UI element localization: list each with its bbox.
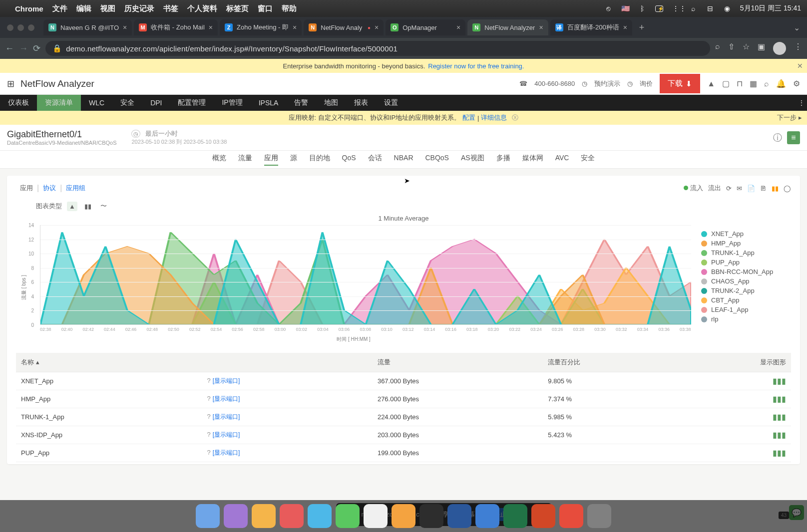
rocket-icon[interactable]: ▲	[707, 79, 715, 88]
csv-icon[interactable]: 🖹	[760, 185, 767, 192]
legend-item[interactable]: rlp	[701, 315, 791, 323]
battery-icon[interactable]: ⚡	[655, 5, 663, 12]
subnav-item[interactable]: 应用	[264, 154, 278, 166]
profile-avatar[interactable]	[773, 42, 786, 55]
chevron-down-icon[interactable]: ⌄	[794, 23, 807, 32]
bell-icon[interactable]: 🔔	[776, 79, 786, 88]
back-button[interactable]: ←	[5, 43, 14, 54]
menu-item[interactable]: 帮助	[282, 4, 297, 13]
subnav-item[interactable]: NBAR	[394, 154, 413, 166]
legend-item[interactable]: XNET_App	[701, 230, 791, 238]
dock-app[interactable]	[364, 504, 388, 528]
dock-app[interactable]	[196, 504, 220, 528]
dock-app[interactable]	[308, 504, 332, 528]
legend-item[interactable]: CHAOS_App	[701, 277, 791, 285]
more-icon[interactable]: ⋮	[796, 95, 807, 111]
nav-item[interactable]: 安全	[112, 95, 142, 111]
mini-chart-icon[interactable]: ▮▮▮	[773, 377, 786, 385]
port-link[interactable]: [显示端口]	[213, 431, 240, 438]
subnav-item[interactable]: QoS	[342, 154, 356, 166]
bar-icon[interactable]: ▮▮	[772, 185, 779, 192]
close-icon[interactable]: ×	[539, 23, 543, 31]
subnav-item[interactable]: 会话	[368, 154, 382, 166]
legend-item[interactable]: PUP_App	[701, 259, 791, 266]
subnav-item[interactable]: 概览	[212, 154, 226, 166]
nav-item[interactable]: 报表	[346, 95, 376, 111]
menu-item[interactable]: 书签	[163, 4, 178, 13]
port-link[interactable]: [显示端口]	[213, 449, 240, 456]
nav-item[interactable]: IPSLA	[251, 95, 287, 111]
legend-item[interactable]: LEAF-1_App	[701, 306, 791, 313]
app-name[interactable]: Chrome	[15, 4, 43, 13]
subnav-item[interactable]: 安全	[581, 154, 595, 166]
menu-item[interactable]: 文件	[52, 4, 67, 13]
bar-chart-icon[interactable]: ▮▮	[82, 202, 93, 211]
dock-app[interactable]	[447, 504, 471, 528]
reload-button[interactable]: ⟳	[33, 43, 40, 54]
browser-tab[interactable]: NNetFlow Analyzer×	[467, 19, 548, 35]
dock-app[interactable]	[475, 504, 499, 528]
browser-tab[interactable]: ZZoho Meeting - 即×	[220, 19, 302, 35]
close-icon[interactable]: ⓧ	[512, 113, 518, 122]
subnav-item[interactable]: 多播	[496, 154, 510, 166]
time-label[interactable]: 最后一小时	[145, 130, 178, 137]
outflow-toggle[interactable]: 流出	[708, 184, 721, 193]
menu-item[interactable]: 窗口	[258, 4, 273, 13]
detail-link[interactable]: 详细信息	[481, 113, 507, 122]
forward-button[interactable]: →	[19, 43, 28, 54]
mini-chart-icon[interactable]: ▮▮▮	[773, 431, 786, 439]
plugin-icon[interactable]: ⊓	[737, 79, 743, 88]
config-link[interactable]: 配置	[462, 113, 475, 122]
siri-icon[interactable]: ◉	[723, 4, 731, 12]
menu-item[interactable]: 个人资料	[187, 4, 217, 13]
zoom-icon[interactable]: ⌕	[715, 42, 720, 55]
close-icon[interactable]: ×	[123, 23, 127, 31]
browser-tab[interactable]: 译百度翻译-200种语×	[550, 19, 632, 35]
menu-item[interactable]: 编辑	[76, 4, 91, 13]
filter-tab-proto[interactable]: 协议	[39, 183, 60, 194]
subnav-item[interactable]: 媒体网	[522, 154, 543, 166]
share-icon[interactable]: ⇧	[728, 42, 735, 55]
dock-app[interactable]	[503, 504, 527, 528]
next-step[interactable]: 下一步 ▸	[777, 113, 802, 122]
close-icon[interactable]: ✕	[797, 62, 803, 70]
status-icon[interactable]: ⎋	[604, 4, 612, 12]
dock-app[interactable]	[587, 504, 611, 528]
table-header[interactable]: 显示图形	[714, 353, 791, 372]
table-header[interactable]: 名称 ▴	[16, 353, 202, 372]
menu-item[interactable]: 视图	[100, 4, 115, 13]
monitor-icon[interactable]: ▢	[722, 79, 730, 88]
dock-app[interactable]	[336, 504, 360, 528]
menu-item[interactable]: 标签页	[226, 4, 249, 13]
nav-item[interactable]: 资源清单	[37, 95, 81, 111]
inflow-toggle[interactable]: 流入	[684, 184, 703, 193]
browser-tab[interactable]: M收件箱 - Zoho Mail×	[134, 19, 218, 35]
clock[interactable]: 5月10日 周三 15:41	[740, 4, 801, 13]
bluetooth-icon[interactable]: ᛒ	[638, 4, 646, 12]
close-icon[interactable]: ×	[209, 23, 213, 31]
dock-app[interactable]	[531, 504, 555, 528]
subnav-item[interactable]: 源	[290, 154, 297, 166]
bookmark-icon[interactable]: ☆	[743, 42, 750, 55]
close-icon[interactable]: ×	[623, 23, 627, 31]
flag-icon[interactable]: 🇺🇸	[621, 4, 629, 12]
nav-item[interactable]: WLC	[81, 95, 112, 111]
mail-icon[interactable]: ✉	[737, 185, 742, 192]
nav-item[interactable]: 告警	[286, 95, 316, 111]
subnav-item[interactable]: 流量	[238, 154, 252, 166]
subnav-item[interactable]: 目的地	[309, 154, 330, 166]
mini-chart-icon[interactable]: ▮▮▮	[773, 449, 786, 457]
refresh-icon[interactable]: ⟳	[726, 185, 732, 192]
browser-tab[interactable]: OOpManager×	[386, 19, 465, 35]
filter-tab-app[interactable]: 应用	[16, 183, 37, 194]
banner-link[interactable]: Register now for the free training.	[428, 62, 524, 70]
nav-item[interactable]: 配置管理	[170, 95, 214, 111]
lightbulb-icon[interactable]: ⓘ	[773, 132, 782, 144]
quote-icon[interactable]: ◷	[627, 80, 633, 87]
menu-toggle[interactable]: ≡	[787, 131, 800, 144]
port-link[interactable]: [显示端口]	[213, 395, 240, 402]
dock-app[interactable]	[280, 504, 304, 528]
search-icon[interactable]: ⌕	[689, 4, 697, 12]
demo-icon[interactable]: ◷	[582, 80, 587, 87]
gear-icon[interactable]: ⚙	[793, 79, 800, 88]
